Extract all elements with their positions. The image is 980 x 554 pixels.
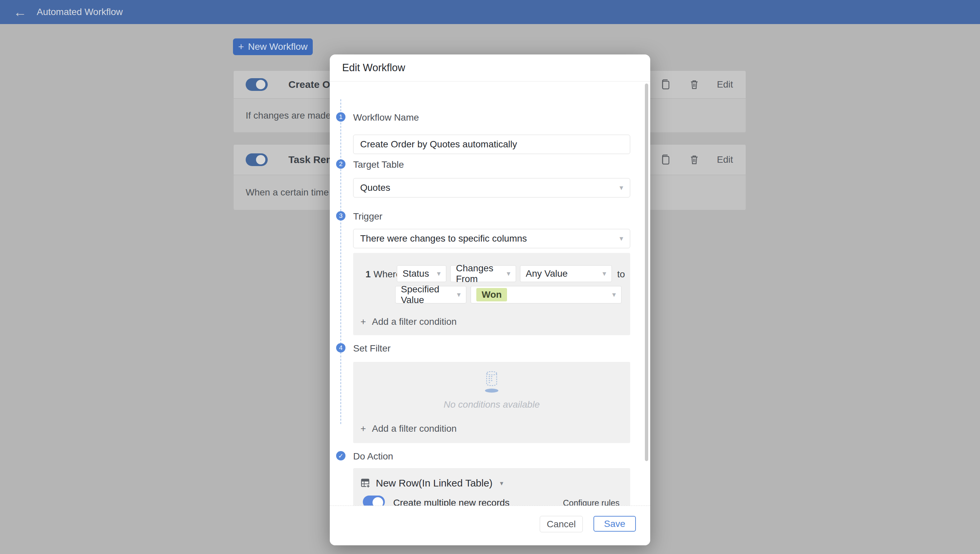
set-filter-label: Set Filter <box>353 343 391 354</box>
plus-icon: + <box>361 316 366 327</box>
toggle-knob <box>256 155 266 164</box>
new-row-icon <box>361 478 371 489</box>
trigger-value: There were changes to specific columns <box>360 233 527 244</box>
caret-down-icon: ▾ <box>603 269 606 278</box>
caret-down-icon: ▾ <box>457 291 461 299</box>
new-workflow-button[interactable]: + New Workflow <box>233 38 313 55</box>
step-4-badge: 4 <box>336 343 345 353</box>
step-2-badge: 2 <box>336 160 345 169</box>
back-arrow-icon[interactable]: ← <box>13 5 27 19</box>
toggle-knob <box>372 497 383 506</box>
do-action-label: Do Action <box>353 451 393 462</box>
condition-to-label: to <box>617 269 625 280</box>
create-multiple-records-toggle[interactable] <box>363 495 385 506</box>
condition-to-value-select[interactable]: Won ▾ <box>471 286 622 303</box>
configure-rules-link[interactable]: Configure rules <box>563 498 619 506</box>
caret-down-icon: ▾ <box>619 184 623 192</box>
create-multiple-records-label: Create multiple new records <box>393 498 510 506</box>
delete-icon[interactable] <box>688 78 700 91</box>
condition-index: 1 <box>366 269 371 280</box>
target-table-label: Target Table <box>353 160 404 170</box>
dialog-title: Edit Workflow <box>342 62 405 74</box>
save-button[interactable]: Save <box>593 516 636 532</box>
target-table-value: Quotes <box>360 182 390 193</box>
caret-down-icon: ▾ <box>507 269 511 278</box>
caret-down-icon: ▾ <box>437 269 441 278</box>
dialog-footer: Cancel Save <box>330 506 650 545</box>
dialog-header: Edit Workflow <box>330 54 650 81</box>
target-table-select[interactable]: Quotes ▾ <box>353 178 630 198</box>
cancel-button[interactable]: Cancel <box>540 516 583 532</box>
set-filter-panel: No conditions available + Add a filter c… <box>353 362 630 443</box>
caret-down-icon: ▾ <box>612 291 616 299</box>
workflow-enabled-toggle[interactable] <box>246 153 268 166</box>
trigger-condition-panel: 1 Where Status ▾ Changes From ▾ Any Valu… <box>353 253 630 335</box>
edit-workflow-link[interactable]: Edit <box>717 79 733 90</box>
step-connector-line <box>340 99 341 424</box>
add-filter-condition-link[interactable]: + Add a filter condition <box>361 316 457 327</box>
empty-state-text: No conditions available <box>353 399 630 410</box>
condition-from-value: Any Value <box>526 268 568 279</box>
add-filter-condition-link[interactable]: + Add a filter condition <box>361 423 457 434</box>
condition-value-type: Specified Value <box>401 284 457 305</box>
new-workflow-label: New Workflow <box>248 42 307 52</box>
step-3-badge: 3 <box>336 211 345 220</box>
caret-down-icon: ▾ <box>619 234 623 243</box>
caret-down-icon: ▾ <box>500 479 503 487</box>
do-action-panel: New Row(In Linked Table) ▾ Create multip… <box>353 468 630 506</box>
edit-workflow-link[interactable]: Edit <box>717 154 733 165</box>
copy-icon[interactable] <box>660 154 671 166</box>
condition-field-value: Status <box>402 268 429 279</box>
page-title: Automated Workflow <box>37 7 123 18</box>
status-tag-won: Won <box>476 288 507 302</box>
add-filter-condition-label: Add a filter condition <box>372 316 457 327</box>
condition-operator-select[interactable]: Changes From ▾ <box>450 265 516 282</box>
add-filter-condition-label: Add a filter condition <box>372 423 457 434</box>
action-type-dropdown[interactable]: New Row(In Linked Table) ▾ <box>361 477 503 489</box>
top-app-bar: ← Automated Workflow <box>0 0 980 24</box>
toggle-knob <box>256 80 266 89</box>
workflow-name-input[interactable] <box>353 135 630 154</box>
condition-value-type-select[interactable]: Specified Value ▾ <box>395 286 466 303</box>
action-type-value: New Row(In Linked Table) <box>376 477 493 489</box>
step-1-badge: 1 <box>336 112 345 121</box>
delete-icon[interactable] <box>688 154 700 166</box>
trigger-select[interactable]: There were changes to specific columns ▾ <box>353 229 630 248</box>
condition-from-select[interactable]: Any Value ▾ <box>520 265 612 282</box>
copy-icon[interactable] <box>660 78 671 91</box>
empty-state-icon <box>479 370 505 394</box>
edit-workflow-dialog: Edit Workflow 1 Workflow Name 2 Target T… <box>330 54 650 545</box>
dialog-body: 1 Workflow Name 2 Target Table Quotes ▾ … <box>330 81 650 506</box>
step-5-check-badge: ✓ <box>336 451 345 460</box>
modal-scrollbar-thumb[interactable] <box>645 83 648 461</box>
trigger-label: Trigger <box>353 211 382 222</box>
workflow-enabled-toggle[interactable] <box>246 78 268 91</box>
condition-operator-value: Changes From <box>456 263 507 284</box>
condition-field-select[interactable]: Status ▾ <box>397 265 446 282</box>
plus-icon: + <box>361 423 366 434</box>
workflow-name-label: Workflow Name <box>353 112 419 123</box>
plus-icon: + <box>238 42 244 52</box>
